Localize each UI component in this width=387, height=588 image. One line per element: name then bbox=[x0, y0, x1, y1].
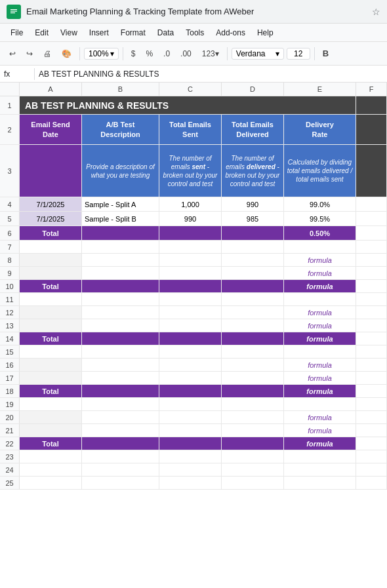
row-number: 14 bbox=[0, 332, 20, 345]
decimal1-button[interactable]: .0 bbox=[159, 48, 174, 60]
col-header-e[interactable]: E bbox=[284, 83, 356, 96]
row-number: 25 bbox=[0, 477, 20, 489]
cell-9-b bbox=[82, 267, 159, 279]
cell-5-a[interactable]: 7/1/2025 bbox=[20, 212, 82, 225]
menu-addons[interactable]: Add-ons bbox=[211, 26, 251, 39]
menu-file[interactable]: File bbox=[5, 26, 28, 39]
cell-21-a bbox=[20, 424, 82, 437]
total-10-a[interactable]: Total bbox=[20, 280, 82, 292]
desc-cell-d[interactable]: The number of emails delivered - broken … bbox=[222, 145, 284, 197]
cell-4-f bbox=[356, 197, 387, 211]
cell-13-e[interactable]: formula bbox=[284, 319, 356, 332]
cell-21-e[interactable]: formula bbox=[284, 424, 356, 437]
menu-insert[interactable]: Insert bbox=[84, 26, 114, 39]
total-22-e[interactable]: formula bbox=[284, 437, 356, 450]
total-14-a[interactable]: Total bbox=[20, 332, 82, 345]
cell-5-b[interactable]: Sample - Split B bbox=[82, 212, 159, 225]
cell-8-e[interactable]: formula bbox=[284, 254, 356, 266]
percent-button[interactable]: % bbox=[142, 48, 157, 60]
bold-button[interactable]: B bbox=[319, 47, 333, 60]
zoom-control[interactable]: 100% ▾ bbox=[84, 48, 119, 60]
cell-15-e bbox=[284, 345, 356, 358]
cell-24-c bbox=[159, 463, 222, 476]
column-headers: A B C D E F bbox=[0, 83, 387, 96]
cell-17-e[interactable]: formula bbox=[284, 372, 356, 384]
table-row: 7 bbox=[0, 241, 387, 254]
formula-content[interactable]: AB TEST PLANNING & RESULTS bbox=[39, 69, 383, 79]
cell-20-e[interactable]: formula bbox=[284, 411, 356, 423]
header-total-emails-delivered[interactable]: Total EmailsDelivered bbox=[222, 115, 284, 144]
menu-tools[interactable]: Tools bbox=[180, 26, 209, 39]
total-6-e[interactable]: 0.50% bbox=[284, 226, 356, 240]
menu-format[interactable]: Format bbox=[115, 26, 151, 39]
header-total-emails-sent[interactable]: Total EmailsSent bbox=[159, 115, 222, 144]
col-header-a[interactable]: A bbox=[20, 83, 82, 96]
header-ab-test-description[interactable]: A/B TestDescription bbox=[82, 115, 159, 144]
redo-button[interactable]: ↪ bbox=[22, 48, 37, 60]
format123-button[interactable]: 123▾ bbox=[198, 48, 223, 60]
total-6-a[interactable]: Total bbox=[20, 226, 82, 240]
cell-8-d bbox=[222, 254, 284, 266]
cell-12-e[interactable]: formula bbox=[284, 306, 356, 319]
desc-cell-c[interactable]: The number of emails sent - broken out b… bbox=[159, 145, 222, 197]
font-size-selector[interactable]: 12 bbox=[287, 48, 310, 60]
header-delivery-rate[interactable]: DeliveryRate bbox=[284, 115, 356, 144]
total-14-e[interactable]: formula bbox=[284, 332, 356, 345]
cell-16-e[interactable]: formula bbox=[284, 359, 356, 371]
cell-20-a bbox=[20, 411, 82, 423]
header-f bbox=[356, 115, 387, 144]
total-18-e[interactable]: formula bbox=[284, 385, 356, 397]
desc-e-text: Calculated by dividing total emails deli… bbox=[287, 158, 353, 184]
col-header-d[interactable]: D bbox=[222, 83, 284, 96]
col-header-f[interactable]: F bbox=[356, 83, 387, 96]
menu-view[interactable]: View bbox=[55, 26, 83, 39]
header-email-send-date[interactable]: Email SendDate bbox=[20, 115, 82, 144]
total-10-e[interactable]: formula bbox=[284, 280, 356, 292]
star-icon[interactable]: ☆ bbox=[372, 7, 380, 17]
cell-9-e[interactable]: formula bbox=[284, 267, 356, 279]
paint-format-button[interactable]: 🎨 bbox=[58, 48, 75, 60]
dollar-button[interactable]: $ bbox=[127, 48, 140, 60]
col-header-b[interactable]: B bbox=[82, 83, 159, 96]
total-18-a[interactable]: Total bbox=[20, 385, 82, 397]
cell-5-c[interactable]: 990 bbox=[159, 212, 222, 225]
cell-4-c[interactable]: 1,000 bbox=[159, 197, 222, 211]
total-14-d bbox=[222, 332, 284, 345]
total-14-c bbox=[159, 332, 222, 345]
cell-19-f bbox=[356, 398, 387, 410]
cell-21-f bbox=[356, 424, 387, 437]
toolbar-divider-3 bbox=[227, 47, 228, 60]
print-button[interactable]: 🖨 bbox=[39, 48, 55, 60]
cell-5-e[interactable]: 99.5% bbox=[284, 212, 356, 225]
cell-17-c bbox=[159, 372, 222, 384]
total-22-a[interactable]: Total bbox=[20, 437, 82, 450]
undo-button[interactable]: ↩ bbox=[5, 48, 20, 60]
col-header-c[interactable]: C bbox=[159, 83, 222, 96]
title-cell[interactable]: AB TEST PLANNING & RESULTS bbox=[20, 96, 356, 114]
cell-16-c bbox=[159, 359, 222, 371]
cell-16-f bbox=[356, 359, 387, 371]
cell-5-d[interactable]: 985 bbox=[222, 212, 284, 225]
total-14-f bbox=[356, 332, 387, 345]
desc-cell-e[interactable]: Calculated by dividing total emails deli… bbox=[284, 145, 356, 197]
cell-9-d bbox=[222, 267, 284, 279]
cell-15-d bbox=[222, 345, 284, 358]
row-num-header bbox=[0, 83, 20, 96]
cell-4-e[interactable]: 99.0% bbox=[284, 197, 356, 211]
font-selector[interactable]: Verdana ▾ bbox=[232, 48, 284, 60]
menu-help[interactable]: Help bbox=[252, 26, 279, 39]
row-number: 11 bbox=[0, 293, 20, 305]
table-row: 20 formula bbox=[0, 411, 387, 424]
cell-4-a[interactable]: 7/1/2025 bbox=[20, 197, 82, 211]
cell-4-d[interactable]: 990 bbox=[222, 197, 284, 211]
decimal2-button[interactable]: .00 bbox=[176, 48, 195, 60]
cell-11-a bbox=[20, 293, 82, 305]
menu-data[interactable]: Data bbox=[152, 26, 179, 39]
table-row: 24 bbox=[0, 463, 387, 477]
cell-reference[interactable]: fx bbox=[4, 69, 30, 79]
menu-edit[interactable]: Edit bbox=[30, 26, 54, 39]
cell-4-b[interactable]: Sample - Split A bbox=[82, 197, 159, 211]
cell-20-c bbox=[159, 411, 222, 423]
desc-cell-b[interactable]: Provide a description of what you are te… bbox=[82, 145, 159, 197]
row-number: 2 bbox=[0, 115, 20, 144]
